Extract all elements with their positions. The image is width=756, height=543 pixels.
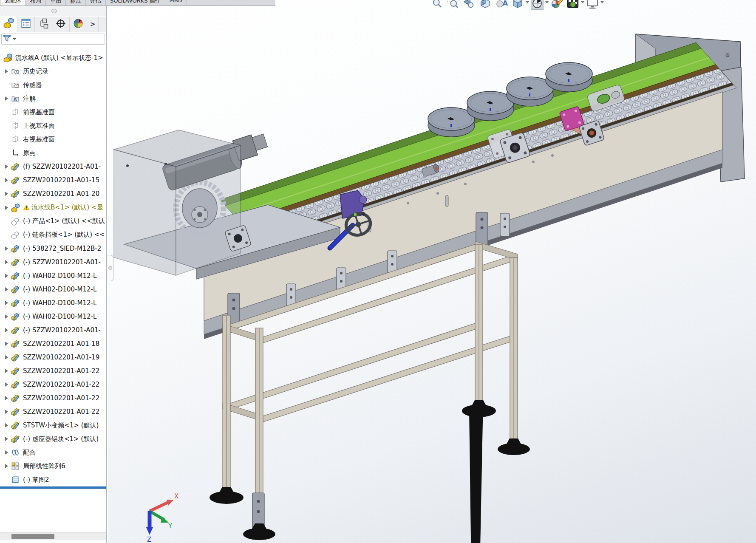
expand-arrow-icon[interactable] <box>5 69 8 74</box>
expand-arrow-icon[interactable] <box>5 287 8 291</box>
expand-arrow-icon[interactable] <box>5 369 8 373</box>
tree-item[interactable]: SZZW20102201-A01-18 <box>0 337 106 351</box>
edit-appearance-icon[interactable] <box>550 0 563 11</box>
expand-arrow-icon[interactable] <box>5 96 8 101</box>
expand-arrow-icon[interactable] <box>5 192 8 196</box>
tree-item[interactable]: 上视基准面 <box>0 119 106 133</box>
dropdown-caret-icon[interactable] <box>526 1 529 3</box>
tree-item[interactable]: 配合 <box>0 446 106 459</box>
featuremanager-tab[interactable] <box>0 17 17 32</box>
tree-item[interactable]: SZZW20102201-A01-22 <box>0 378 106 391</box>
panel-expand-arrow[interactable]: > <box>87 17 99 32</box>
tree-horizontal-scrollbar[interactable] <box>0 532 106 540</box>
filter-row <box>0 33 106 46</box>
previous-view-icon[interactable] <box>463 0 476 11</box>
command-tab-MBD[interactable]: MBD <box>165 0 187 6</box>
view-settings-icon[interactable] <box>586 0 599 11</box>
tree-item[interactable]: 原点 <box>0 146 106 160</box>
tree-item[interactable]: SZZW20102201-A01-22 <box>0 391 106 405</box>
view-orientation-icon[interactable] <box>531 0 544 11</box>
tree-item[interactable]: 流水线B<1> (默认) <显 <box>0 201 106 215</box>
rollback-bar[interactable] <box>0 486 106 489</box>
expand-arrow-icon[interactable] <box>5 328 8 332</box>
expand-arrow-icon[interactable] <box>5 464 8 468</box>
tree-item[interactable]: (-) 草图2 <box>0 473 106 486</box>
tree-item[interactable]: (-) WAH02-D100-M12-L <box>0 269 106 283</box>
tree-item[interactable]: A注解 <box>0 92 106 105</box>
filter-button[interactable] <box>3 35 19 43</box>
expand-arrow-icon[interactable] <box>5 437 8 441</box>
tree-item[interactable]: STSTW小变频<1> (默认) <box>0 419 106 432</box>
tree-item[interactable]: SZZW20102201-A01-19 <box>0 351 106 364</box>
folder-history-icon <box>11 67 20 76</box>
tree-item[interactable]: (-) WAH02-D100-M12-L <box>0 296 106 310</box>
tree-item[interactable]: 流水线A (默认) <显示状态-1> <box>0 51 106 65</box>
expand-arrow-icon[interactable] <box>5 178 8 182</box>
tree-item-label: (-) 草图2 <box>23 476 49 484</box>
annotation-visibility-icon[interactable]: A <box>495 0 508 11</box>
tree-item-label: SZZW20102201-A01-18 <box>23 340 99 348</box>
tree-item[interactable]: 右视基准面 <box>0 133 106 146</box>
tree-item[interactable]: SZZW20102201-A01-20 <box>0 187 106 201</box>
propertymanager-tab[interactable] <box>17 17 35 32</box>
tree-item[interactable]: SZZW20102201-A01-22 <box>0 364 106 378</box>
zoom-fit-icon[interactable] <box>430 0 443 11</box>
tree-item[interactable]: 历史记录 <box>0 65 106 78</box>
plane-icon <box>11 135 20 144</box>
expand-arrow-icon[interactable] <box>5 396 8 400</box>
dropdown-caret-icon[interactable] <box>600 1 604 3</box>
tree-item[interactable]: 局部线性阵列6 <box>0 459 106 473</box>
panel-splitter-handle[interactable] <box>107 255 113 281</box>
section-view-icon[interactable] <box>479 0 492 11</box>
tree-item[interactable]: 传感器 <box>0 78 106 92</box>
expand-arrow-icon[interactable] <box>5 355 8 359</box>
dimxpertmanager-tab[interactable] <box>52 17 70 32</box>
command-tab-标注[interactable]: 标注 <box>66 0 86 6</box>
command-tab-评估[interactable]: 评估 <box>86 0 106 6</box>
tree-item[interactable]: (-) SZZW20102201-A01- <box>0 323 106 337</box>
tree-item[interactable]: (-) WAH02-D100-M12-L <box>0 310 106 323</box>
configurationmanager-tab[interactable] <box>35 17 52 32</box>
tree-item[interactable]: SZZW20102201-A01-15 <box>0 173 106 187</box>
expand-arrow-icon[interactable] <box>5 260 8 264</box>
expand-arrow-icon[interactable] <box>5 342 8 346</box>
dropdown-caret-icon[interactable] <box>545 1 549 3</box>
tree-filter-input[interactable] <box>1 34 105 45</box>
expand-arrow-icon[interactable] <box>5 314 8 319</box>
expand-arrow-icon[interactable] <box>5 246 8 251</box>
apply-scene-icon[interactable] <box>566 0 579 11</box>
tree-item[interactable]: (-) WAH02-D100-M12-L <box>0 283 106 296</box>
command-tab-草图[interactable]: 草图 <box>46 0 66 6</box>
tree-item-label: SZZW20102201-A01-19 <box>23 354 99 361</box>
expand-arrow-icon[interactable] <box>5 274 8 278</box>
tree-item[interactable]: (-) 产品<1> (默认) <<默认 <box>0 215 106 228</box>
tree-item[interactable]: (-) 感应器铝块<1> (默认) <box>0 432 106 446</box>
part-icon <box>11 421 20 430</box>
expand-arrow-icon[interactable] <box>5 164 8 169</box>
expand-arrow-icon[interactable] <box>5 423 8 427</box>
displaymanager-tab[interactable] <box>70 17 87 32</box>
zoom-area-icon[interactable] <box>447 0 459 11</box>
transparent-enclosure <box>114 130 241 275</box>
expand-arrow-icon[interactable] <box>5 450 8 455</box>
expand-arrow-icon[interactable] <box>5 382 8 387</box>
svg-text:A: A <box>503 0 508 7</box>
tree-item[interactable]: (-) 538272_SIED-M12B-2 <box>0 242 106 255</box>
expand-arrow-icon[interactable] <box>5 410 8 414</box>
display-style-icon[interactable] <box>511 0 524 11</box>
commandmanager-collapse-handle[interactable] <box>51 9 57 13</box>
tree-item[interactable]: (f) SZZW20102201-A01- <box>0 160 106 173</box>
scrollbar-thumb[interactable] <box>11 534 54 539</box>
tree-item[interactable]: (-) SZZW20102201-A01- <box>0 255 106 269</box>
expand-arrow-icon[interactable] <box>5 206 8 210</box>
command-tab-布局[interactable]: 布局 <box>26 0 46 6</box>
command-tab-装配体[interactable]: 装配体 <box>0 0 26 6</box>
expand-arrow-icon[interactable] <box>5 301 8 305</box>
viewport-3d[interactable]: A X Y Z <box>108 0 756 543</box>
tree-item[interactable]: (-) 链条挡板<1> (默认) << <box>0 228 106 242</box>
part-icon <box>11 339 20 348</box>
command-tab-SOLIDWORKS 插件[interactable]: SOLIDWORKS 插件 <box>106 0 165 6</box>
dropdown-caret-icon[interactable] <box>581 1 584 3</box>
tree-item[interactable]: SZZW20102201-A01-22 <box>0 405 106 419</box>
tree-item[interactable]: 前视基准面 <box>0 105 106 119</box>
